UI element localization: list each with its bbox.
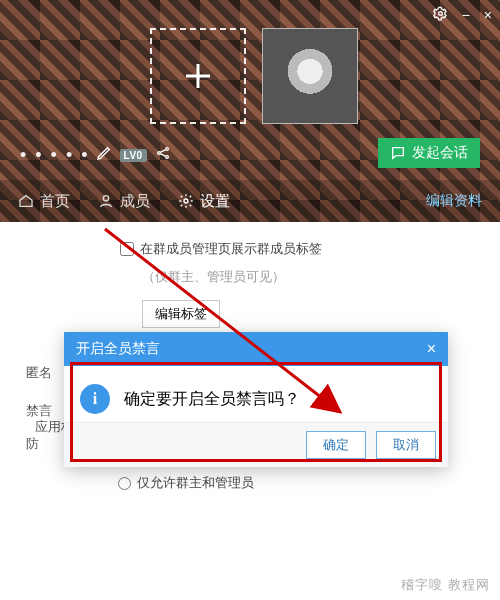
perm-radio-admin[interactable]	[118, 477, 131, 490]
gear-icon	[178, 193, 194, 209]
show-member-tags-row[interactable]: 在群成员管理页展示群成员标签	[120, 240, 476, 258]
side-label-anon: 匿名	[26, 364, 52, 382]
svg-point-5	[184, 199, 188, 203]
perm-option-admin[interactable]: 仅允许群主和管理员	[118, 474, 254, 492]
tab-settings[interactable]: 设置	[178, 192, 230, 211]
svg-point-2	[165, 148, 168, 151]
group-tabs: 首页 成员 设置 编辑资料	[0, 180, 500, 222]
tab-home[interactable]: 首页	[18, 192, 70, 211]
dialog-close-button[interactable]: ×	[427, 340, 436, 358]
svg-point-0	[438, 12, 442, 16]
tab-home-label: 首页	[40, 192, 70, 211]
svg-point-3	[165, 156, 168, 159]
show-member-tags-label: 在群成员管理页展示群成员标签	[140, 240, 322, 258]
close-button[interactable]: ×	[484, 8, 492, 22]
dialog-message: 确定要开启全员禁言吗？	[124, 389, 300, 410]
group-header: − × • • • • • LV0 发起会话 首页	[0, 0, 500, 222]
start-chat-label: 发起会话	[412, 144, 468, 162]
minimize-button[interactable]: −	[462, 8, 470, 22]
edit-tags-button[interactable]: 编辑标签	[142, 300, 220, 328]
side-label-mute: 禁言	[26, 402, 52, 420]
tab-members-label: 成员	[120, 192, 150, 211]
home-icon	[18, 193, 34, 209]
show-member-tags-checkbox[interactable]	[120, 242, 134, 256]
tab-settings-label: 设置	[200, 192, 230, 211]
app-window: − × • • • • • LV0 发起会话 首页	[0, 0, 500, 600]
dialog-cancel-button[interactable]: 取消	[376, 431, 436, 459]
share-icon[interactable]	[155, 145, 171, 165]
watermark: 稽字嗖 教程网	[401, 576, 490, 594]
window-controls: − ×	[433, 6, 492, 23]
settings-gear-icon[interactable]	[433, 6, 448, 23]
pencil-icon[interactable]	[96, 145, 112, 165]
group-cover-photo[interactable]	[262, 28, 358, 124]
level-badge: LV0	[120, 149, 147, 162]
dialog-body: i 确定要开启全员禁言吗？	[64, 366, 448, 422]
dialog-footer: 确定 取消	[64, 422, 448, 467]
svg-point-1	[157, 152, 160, 155]
perm-option-admin-label: 仅允许群主和管理员	[137, 474, 254, 492]
user-icon	[98, 193, 114, 209]
edit-profile-link[interactable]: 编辑资料	[426, 192, 482, 210]
side-label-protect: 防	[26, 435, 39, 453]
svg-point-4	[103, 196, 108, 201]
add-photo-box[interactable]	[150, 28, 246, 124]
dialog-titlebar: 开启全员禁言 ×	[64, 332, 448, 366]
visibility-hint: （仅群主、管理员可见）	[142, 268, 476, 286]
dialog-title: 开启全员禁言	[76, 340, 160, 358]
plus-icon	[180, 58, 216, 94]
chat-bubble-icon	[390, 145, 406, 161]
group-name-placeholder: • • • • •	[20, 145, 90, 166]
confirm-dialog: 开启全员禁言 × i 确定要开启全员禁言吗？ 确定 取消	[64, 332, 448, 467]
info-icon: i	[80, 384, 110, 414]
start-chat-button[interactable]: 发起会话	[378, 138, 480, 168]
dialog-ok-button[interactable]: 确定	[306, 431, 366, 459]
tab-members[interactable]: 成员	[98, 192, 150, 211]
